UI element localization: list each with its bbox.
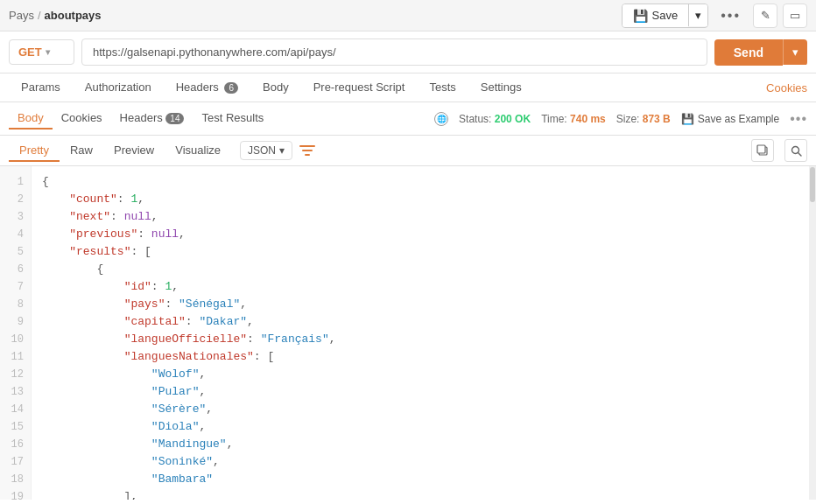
send-button[interactable]: Send — [714, 39, 783, 66]
save-as-example-button[interactable]: 💾 Save as Example — [681, 113, 779, 125]
size-value: 873 B — [643, 113, 671, 125]
save-button-group: 💾 Save ▾ — [622, 4, 709, 28]
top-bar-actions: 💾 Save ▾ ••• ✎ ▭ — [622, 4, 807, 28]
breadcrumb-separator: / — [38, 9, 41, 22]
save-button[interactable]: 💾 Save — [623, 4, 689, 27]
code-line: "Bambara" — [42, 471, 798, 488]
line-numbers: 1234567891011121314151617181920 — [0, 166, 32, 500]
method-selector[interactable]: GET ▾ — [9, 39, 74, 65]
breadcrumb: Pays / aboutpays — [9, 9, 102, 22]
edit-icon: ✎ — [761, 9, 770, 22]
vertical-scrollbar[interactable] — [809, 166, 816, 500]
tab-params[interactable]: Params — [9, 74, 73, 102]
json-arrow: ▾ — [279, 144, 285, 157]
code-line: { — [42, 173, 798, 191]
code-line: "Pular", — [42, 383, 798, 401]
filter-icon[interactable] — [298, 141, 317, 160]
web-icon: 🌐 — [434, 112, 448, 126]
resp-tab-cookies[interactable]: Cookies — [53, 108, 111, 130]
tab-headers[interactable]: Headers 6 — [164, 74, 250, 102]
status-code: 200 OK — [495, 113, 531, 125]
save-icon: 💾 — [633, 9, 648, 23]
tab-prerequest[interactable]: Pre-request Script — [301, 74, 418, 102]
code-line: "Mandingue", — [42, 436, 798, 453]
code-line: "id": 1, — [42, 278, 798, 296]
cookies-link[interactable]: Cookies — [766, 81, 807, 94]
code-line: "pays": "Sénégal", — [42, 296, 798, 313]
resp-tab-body[interactable]: Body — [9, 108, 53, 130]
response-tabs: Body Cookies Headers 14 Test Results — [9, 108, 272, 130]
url-input[interactable] — [81, 38, 707, 66]
code-line: "Soninké", — [42, 453, 798, 471]
code-line: "languesNationales": [ — [42, 348, 798, 366]
chat-icon: ▭ — [790, 9, 800, 22]
tab-authorization[interactable]: Authorization — [73, 74, 164, 102]
method-arrow: ▾ — [46, 47, 50, 57]
svg-rect-0 — [299, 145, 315, 147]
save-example-label: Save as Example — [698, 113, 779, 125]
json-format-selector[interactable]: JSON ▾ — [240, 141, 292, 160]
svg-rect-2 — [305, 154, 310, 156]
tab-tests[interactable]: Tests — [417, 74, 468, 102]
code-line: "langueOfficielle": "Français", — [42, 331, 798, 348]
method-label: GET — [18, 46, 42, 59]
time-value: 740 ms — [570, 113, 606, 125]
code-line: "results": [ — [42, 243, 798, 261]
response-more-button[interactable]: ••• — [790, 111, 807, 127]
top-bar: Pays / aboutpays 💾 Save ▾ ••• ✎ ▭ — [0, 0, 816, 32]
code-line: "next": null, — [42, 208, 798, 226]
code-content: { "count": 1, "next": null, "previous": … — [32, 166, 809, 500]
code-line: ], — [42, 488, 798, 500]
code-area: 1234567891011121314151617181920 { "count… — [0, 166, 816, 500]
response-bar: Body Cookies Headers 14 Test Results 🌐 S… — [0, 102, 816, 136]
send-button-group: Send ▾ — [714, 39, 807, 66]
view-tab-visualize[interactable]: Visualize — [165, 140, 231, 162]
time-label: Time: 740 ms — [541, 113, 606, 125]
code-line: "previous": null, — [42, 226, 798, 243]
code-line: "Diola", — [42, 418, 798, 436]
send-dropdown-arrow[interactable]: ▾ — [783, 39, 807, 65]
code-line: "capital": "Dakar", — [42, 313, 798, 331]
edit-button[interactable]: ✎ — [753, 4, 777, 28]
code-line: "Wolof", — [42, 366, 798, 383]
copy-button[interactable] — [751, 139, 774, 162]
search-button[interactable] — [784, 139, 807, 162]
code-line: { — [42, 261, 798, 278]
url-bar: GET ▾ Send ▾ — [0, 32, 816, 74]
code-line: "count": 1, — [42, 191, 798, 208]
svg-rect-1 — [302, 150, 313, 151]
tab-body[interactable]: Body — [250, 74, 301, 102]
scrollbar-thumb[interactable] — [810, 167, 815, 202]
resp-tab-headers[interactable]: Headers 14 — [111, 108, 193, 130]
breadcrumb-current: aboutpays — [45, 9, 102, 22]
view-tab-pretty[interactable]: Pretty — [9, 140, 60, 162]
chat-button[interactable]: ▭ — [783, 4, 807, 28]
json-label: JSON — [248, 144, 276, 157]
breadcrumb-parent: Pays — [9, 9, 34, 22]
resp-tab-test-results[interactable]: Test Results — [193, 108, 272, 130]
status-label: Status: 200 OK — [459, 113, 531, 125]
size-label: Size: 873 B — [616, 113, 671, 125]
save-dropdown-arrow[interactable]: ▾ — [688, 4, 707, 26]
body-view-bar: Pretty Raw Preview Visualize JSON ▾ — [0, 136, 816, 166]
view-tab-raw[interactable]: Raw — [60, 140, 103, 162]
code-line: "Sérère", — [42, 401, 798, 418]
tab-settings[interactable]: Settings — [468, 74, 534, 102]
save-label: Save — [652, 9, 679, 22]
more-options-button[interactable]: ••• — [714, 4, 748, 27]
svg-line-6 — [798, 152, 801, 156]
response-status: 🌐 Status: 200 OK Time: 740 ms Size: 873 … — [434, 111, 807, 127]
svg-rect-4 — [757, 145, 765, 153]
view-tab-preview[interactable]: Preview — [103, 140, 165, 162]
request-tabs: Params Authorization Headers 6 Body Pre-… — [0, 74, 816, 102]
save-example-icon: 💾 — [681, 113, 694, 125]
